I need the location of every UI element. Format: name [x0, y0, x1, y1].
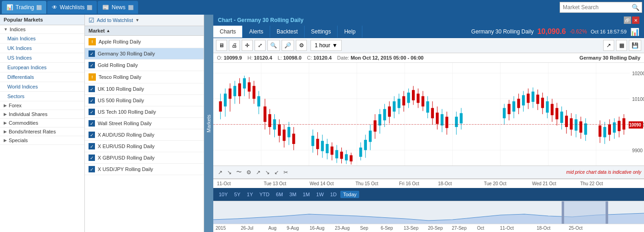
checkbox-ustech100[interactable]: [89, 109, 95, 115]
left-sidebar: Popular Markets Indices Main Indices UK …: [0, 15, 85, 232]
popular-markets-header[interactable]: Popular Markets: [0, 15, 84, 25]
checkbox-gold[interactable]: [89, 62, 95, 68]
checkbox-wallstreet[interactable]: [89, 120, 95, 127]
checkbox-usdjpy[interactable]: [89, 166, 95, 172]
sidebar-item-specials[interactable]: Specials: [0, 136, 84, 145]
chart-datetime: Oct 16 18:57:59: [591, 29, 627, 34]
market-row-wallstreet[interactable]: Wall Street Rolling Daily: [85, 118, 204, 129]
tab-watchlists[interactable]: 👁 Watchlists ⬜: [47, 1, 97, 14]
svg-rect-100: [445, 117, 448, 128]
checkbox-gbpusd[interactable]: [89, 155, 95, 161]
market-row-gold[interactable]: Gold Rolling Daily: [85, 60, 204, 71]
sidebar-item-differentials[interactable]: Differentials: [0, 72, 84, 82]
sidebar-item-main-indices[interactable]: Main Indices: [0, 34, 84, 44]
save-chart-button[interactable]: 💾: [629, 40, 641, 51]
settings-button[interactable]: ⚙: [296, 40, 307, 51]
sidebar-item-forex[interactable]: Forex: [0, 101, 84, 110]
tab-settings[interactable]: Settings: [305, 26, 338, 38]
svg-rect-124: [546, 101, 549, 113]
tab-news[interactable]: 📰 News ⬜: [98, 1, 138, 14]
svg-rect-136: [575, 119, 577, 131]
warning-icon: !: [89, 38, 96, 45]
tab-backtest[interactable]: Backtest: [270, 26, 305, 38]
sidebar-item-world-indices[interactable]: World Indices: [0, 82, 84, 92]
timeline-ytd[interactable]: YTD: [257, 191, 272, 198]
market-row-us500[interactable]: US 500 Rolling Daily: [85, 95, 204, 106]
checkbox-uk100[interactable]: [89, 86, 95, 92]
svg-rect-42: [288, 127, 290, 137]
monitor-tool-button[interactable]: 🖥: [216, 40, 227, 51]
draw-scissors-button[interactable]: ✂: [282, 168, 290, 177]
tab-charts-label: Charts: [220, 28, 236, 35]
chart-close-button[interactable]: ✕: [632, 17, 639, 24]
timeframe-selector[interactable]: 1 hour ▼: [311, 40, 342, 51]
market-row-uk100[interactable]: UK 100 Rolling Daily: [85, 83, 204, 95]
timeline-5y[interactable]: 5Y: [232, 191, 243, 198]
timeline-10y[interactable]: 10Y: [216, 191, 231, 198]
line-tool-button[interactable]: ↗: [603, 40, 614, 51]
market-search-input[interactable]: [563, 4, 632, 11]
print-tool-button[interactable]: 🖨: [229, 40, 240, 51]
date-label: Date: Mon Oct 12, 2015 05:00 - 06:00: [337, 55, 423, 61]
draw-line-button[interactable]: ↗: [216, 168, 224, 177]
sidebar-item-indices[interactable]: Indices: [0, 25, 84, 34]
timeline-3m[interactable]: 3M: [287, 191, 299, 198]
markets-vertical-label[interactable]: Markets: [204, 15, 213, 232]
markets-column-header[interactable]: Market ▲: [85, 26, 204, 36]
svg-rect-56: [335, 150, 338, 158]
draw-sw-button[interactable]: ↙: [272, 168, 281, 177]
news-icon: 📰: [102, 4, 109, 11]
chart-restore-button[interactable]: 🗗: [624, 17, 631, 24]
checkbox-audusd[interactable]: [89, 132, 95, 138]
indices-label: Indices: [10, 27, 26, 32]
bar-chart-button[interactable]: ▦: [616, 40, 627, 51]
market-row-germany30[interactable]: Germany 30 Rolling Daily: [85, 48, 204, 60]
resize-tool-button[interactable]: ⤢: [255, 40, 266, 51]
chart-main-area[interactable]: 10200 10100 10000 9900 10090: [213, 63, 644, 166]
svg-rect-82: [402, 96, 405, 105]
timeline-6m[interactable]: 6M: [273, 191, 286, 198]
market-row-eurusd[interactable]: X EUR/USD Rolling Daily: [85, 141, 204, 152]
zoom-in-button[interactable]: 🔎: [282, 40, 294, 51]
sidebar-item-sectors[interactable]: Sectors: [0, 92, 84, 101]
sidebar-item-european-indices[interactable]: European Indices: [0, 63, 84, 72]
checkbox-us500[interactable]: [89, 97, 95, 104]
draw-tool-button[interactable]: ⚙: [244, 168, 253, 177]
timeline-1w[interactable]: 1W: [313, 191, 327, 198]
market-row-usdjpy[interactable]: X USD/JPY Rolling Daily: [85, 164, 204, 175]
timeline-today[interactable]: Today: [340, 191, 359, 198]
crosshair-tool-button[interactable]: ✛: [242, 40, 253, 51]
market-row-ustech100[interactable]: US Tech 100 Rolling Daily: [85, 106, 204, 118]
draw-up-button[interactable]: ↗: [254, 168, 262, 177]
chart-toolbar: 🖥 🖨 ✛ ⤢ 🔍 🔎 ⚙ 1 hour ▼ ↗ ▦ 💾: [213, 38, 644, 53]
sidebar-item-bonds[interactable]: Bonds/Interest Rates: [0, 127, 84, 136]
tab-help[interactable]: Help: [338, 26, 362, 38]
zoom-out-button[interactable]: 🔍: [267, 40, 280, 51]
sidebar-item-uk-indices[interactable]: UK Indices: [0, 44, 84, 53]
draw-diagonal-button[interactable]: ↘: [225, 168, 233, 177]
draw-down-button[interactable]: ↘: [263, 168, 272, 177]
sidebar-item-individual-shares[interactable]: Individual Shares: [0, 110, 84, 119]
watchlist-add-icon: ☑: [89, 17, 94, 24]
market-row-audusd[interactable]: X AUD/USD Rolling Daily: [85, 129, 204, 141]
tab-alerts[interactable]: Alerts: [243, 26, 270, 38]
chart-overview[interactable]: [213, 201, 644, 224]
add-to-watchlist-toolbar[interactable]: ☑ Add to Watchlist ▼: [85, 15, 204, 26]
market-row-gbpusd[interactable]: X GBP/USD Rolling Daily: [85, 152, 204, 164]
timeline-1y[interactable]: 1Y: [244, 191, 255, 198]
sidebar-item-commodities[interactable]: Commodities: [0, 119, 84, 127]
checkbox-eurusd[interactable]: [89, 143, 95, 149]
svg-rect-58: [340, 152, 343, 159]
draw-wave-button[interactable]: 〜: [234, 167, 244, 177]
market-row-apple[interactable]: ! Apple Rolling Daily: [85, 36, 204, 48]
tab-trading[interactable]: 📊 Trading ⬜: [2, 1, 46, 14]
main-indices-label: Main Indices: [7, 36, 36, 41]
market-search-box[interactable]: 🔍: [560, 2, 642, 13]
timeline-1d[interactable]: 1D: [328, 191, 339, 198]
market-row-tesco[interactable]: ! Tesco Rolling Daily: [85, 71, 204, 83]
checkbox-germany30[interactable]: [89, 50, 95, 57]
sidebar-item-us-indices[interactable]: US Indices: [0, 53, 84, 63]
timeline-1m[interactable]: 1M: [300, 191, 312, 198]
tab-help-label: Help: [344, 28, 355, 35]
tab-charts[interactable]: Charts: [213, 26, 243, 38]
